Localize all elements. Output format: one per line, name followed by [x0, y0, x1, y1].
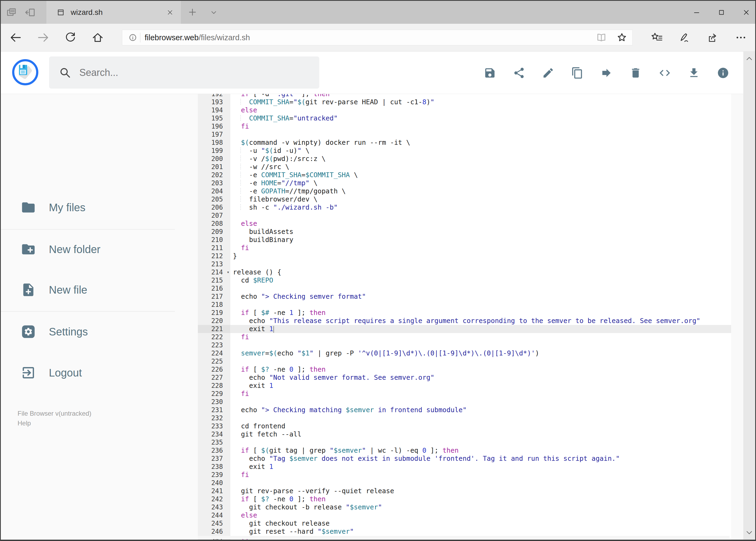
- set-tabs-aside-icon[interactable]: [25, 6, 36, 18]
- code-line[interactable]: 226 if [ $? -ne 0 ]; then: [198, 365, 743, 373]
- search-box[interactable]: [49, 56, 319, 89]
- more-menu-icon[interactable]: [735, 31, 747, 44]
- code-line[interactable]: 192 if [ -d ".git" ]; then: [198, 94, 743, 98]
- scroll-down-icon[interactable]: [746, 529, 753, 536]
- code-line[interactable]: 197: [198, 131, 743, 139]
- toolbar-edit-button[interactable]: [542, 67, 554, 79]
- favorite-star-icon[interactable]: [616, 32, 628, 43]
- code-line[interactable]: 198 $(command -v winpty) docker run --rm…: [198, 139, 743, 147]
- code-line[interactable]: 202-e COMMIT_SHA=$COMMIT_SHA \: [198, 171, 743, 179]
- address-bar[interactable]: filebrowser.web/files/wizard.sh: [122, 30, 632, 45]
- code-line[interactable]: 196 fi: [198, 122, 743, 131]
- code-line[interactable]: 216: [198, 284, 743, 292]
- code-line[interactable]: 195COMMIT_SHA="untracked": [198, 114, 743, 122]
- sidebar-item-new-file[interactable]: New file: [1, 277, 175, 302]
- code-line[interactable]: 230: [198, 398, 743, 406]
- new-tab-button[interactable]: [187, 7, 198, 18]
- code-line[interactable]: 239 fi: [198, 471, 743, 479]
- tab-close-icon[interactable]: [166, 9, 174, 16]
- code-line[interactable]: 241 git rev-parse --verify --quiet relea…: [198, 487, 743, 495]
- help-link[interactable]: Help: [18, 418, 91, 428]
- code-line[interactable]: 201-w //src \: [198, 163, 743, 171]
- code-line[interactable]: 236 if [ $(git tag | grep "$semver" | wc…: [198, 446, 743, 455]
- code-line[interactable]: 240: [198, 479, 743, 487]
- close-button[interactable]: [742, 8, 750, 16]
- code-line[interactable]: 221 exit 1: [198, 325, 743, 333]
- code-line[interactable]: 233 cd frontend: [198, 422, 743, 430]
- toolbar-save-button[interactable]: [484, 67, 496, 79]
- web-note-pen-icon[interactable]: [678, 31, 691, 44]
- code-line[interactable]: 219 if [ $# -ne 1 ]; then: [198, 309, 743, 317]
- code-line[interactable]: 231 echo "> Checking matching $semver in…: [198, 406, 743, 414]
- code-line[interactable]: 222 fi: [198, 333, 743, 341]
- code-line[interactable]: 204-e GOPATH=//tmp/gopath \: [198, 187, 743, 195]
- forward-button[interactable]: [37, 31, 49, 44]
- home-button[interactable]: [92, 31, 104, 44]
- code-line[interactable]: 242 if [ $? -ne 0 ]; then: [198, 495, 743, 503]
- code-line[interactable]: 234 git fetch --all: [198, 430, 743, 438]
- code-line[interactable]: 210 buildBinary: [198, 236, 743, 244]
- code-line[interactable]: 217 echo "> Checking semver format": [198, 292, 743, 300]
- minimize-button[interactable]: [692, 8, 701, 16]
- code-line[interactable]: 208 else: [198, 220, 743, 228]
- filebrowser-logo[interactable]: [12, 59, 38, 85]
- toolbar-move-button[interactable]: [600, 67, 613, 79]
- code-line[interactable]: 203-e HOME="//tmp" \: [198, 179, 743, 187]
- code-line[interactable]: 232: [198, 414, 743, 422]
- code-line[interactable]: 228 exit 1: [198, 382, 743, 390]
- code-line[interactable]: 207: [198, 212, 743, 220]
- sidebar-item-logout[interactable]: Logout: [1, 360, 175, 385]
- code-line[interactable]: 215 cd $REPO: [198, 276, 743, 284]
- code-line[interactable]: 209 buildAssets: [198, 228, 743, 236]
- url-text[interactable]: filebrowser.web/files/wizard.sh: [145, 33, 250, 42]
- code-line[interactable]: 237 echo "Tag $semver does not exist in …: [198, 455, 743, 463]
- sidebar-item-settings[interactable]: Settings: [1, 319, 175, 344]
- back-button[interactable]: [9, 31, 22, 44]
- code-line[interactable]: 244 else: [198, 511, 743, 519]
- code-line[interactable]: 227 echo "Not valid semver format. See s…: [198, 373, 743, 382]
- toolbar-delete-button[interactable]: [630, 67, 642, 79]
- code-line[interactable]: 200-v /$(pwd):/src:z \: [198, 155, 743, 163]
- sidebar-item-my-files[interactable]: My files: [1, 195, 175, 220]
- code-line[interactable]: 205filebrowser/dev \: [198, 195, 743, 204]
- toolbar-code-button[interactable]: [658, 67, 671, 79]
- code-line[interactable]: 206sh -c "./wizard.sh -b": [198, 204, 743, 212]
- code-line[interactable]: 235: [198, 438, 743, 446]
- search-input[interactable]: [79, 67, 285, 79]
- code-line[interactable]: 224 semver=$(echo "$1" | grep -P '^v(0|[…: [198, 349, 743, 357]
- code-line[interactable]: 223: [198, 341, 743, 349]
- scroll-up-icon[interactable]: [746, 55, 753, 62]
- code-editor[interactable]: 192 if [ -d ".git" ]; then193COMMIT_SHA=…: [198, 94, 743, 540]
- toolbar-copy-button[interactable]: [571, 67, 584, 79]
- site-info-icon[interactable]: [127, 32, 138, 43]
- tab-list-chevron-icon[interactable]: [209, 8, 218, 17]
- code-line[interactable]: 194 else: [198, 106, 743, 114]
- code-line[interactable]: 214▾release () {: [198, 268, 743, 276]
- toolbar-share-button[interactable]: [513, 67, 525, 79]
- code-line[interactable]: 243 git checkout -b release "$semver": [198, 503, 743, 511]
- fold-arrow-icon[interactable]: ▾: [227, 268, 229, 276]
- horizontal-scrollbar[interactable]: [198, 536, 730, 539]
- code-line[interactable]: 212}: [198, 252, 743, 260]
- tab-wizard-sh[interactable]: wizard.sh: [46, 1, 181, 24]
- code-line[interactable]: 238 exit 1: [198, 463, 743, 471]
- code-line[interactable]: 211 fi: [198, 244, 743, 252]
- toolbar-info-button[interactable]: [717, 67, 729, 79]
- toolbar-download-button[interactable]: [688, 67, 700, 79]
- code-line[interactable]: 213: [198, 260, 743, 268]
- sidebar-item-new-folder[interactable]: New folder: [1, 237, 175, 262]
- code-line[interactable]: 225: [198, 357, 743, 365]
- code-line[interactable]: 246 git reset --hard "$semver": [198, 527, 743, 536]
- code-line[interactable]: 220 echo "This release script requires a…: [198, 317, 743, 325]
- code-line[interactable]: 218: [198, 300, 743, 309]
- code-line[interactable]: 229 fi: [198, 390, 743, 398]
- code-line[interactable]: 193COMMIT_SHA="$(git rev-parse HEAD | cu…: [198, 98, 743, 106]
- vertical-scrollbar[interactable]: [743, 52, 755, 540]
- reading-view-icon[interactable]: [596, 32, 607, 43]
- tab-preview-icon[interactable]: [6, 6, 18, 18]
- code-line[interactable]: 245 git checkout release: [198, 519, 743, 527]
- refresh-button[interactable]: [65, 32, 76, 44]
- favorites-hub-icon[interactable]: [650, 31, 663, 44]
- maximize-button[interactable]: [717, 8, 725, 16]
- code-line[interactable]: 199-u "$(id -u)" \: [198, 147, 743, 155]
